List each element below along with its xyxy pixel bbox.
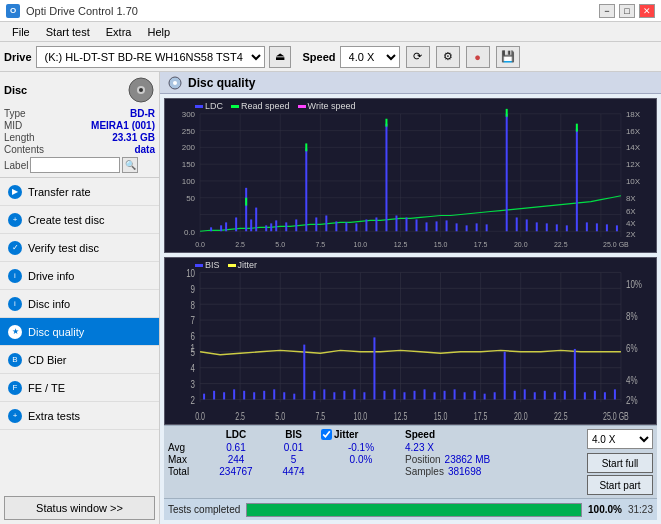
start-controls: 4.0 X Start full Start part [587,429,653,495]
svg-text:300: 300 [182,110,196,119]
svg-rect-169 [414,391,416,400]
total-row: Total 234767 4474 Samples 381698 [168,466,579,477]
svg-rect-97 [305,143,307,151]
menu-starttest[interactable]: Start test [38,24,98,40]
burn-button[interactable]: ● [466,46,490,68]
svg-rect-154 [263,391,265,400]
svg-rect-56 [235,217,237,231]
svg-rect-160 [323,389,325,399]
minimize-button[interactable]: − [599,4,615,18]
avg-bis: 0.01 [266,442,321,453]
svg-rect-83 [486,224,488,231]
disc-label-button[interactable]: 🔍 [122,157,138,173]
svg-rect-150 [223,392,225,399]
svg-rect-82 [476,223,478,231]
test-speed-select[interactable]: 4.0 X [587,429,653,449]
menu-file[interactable]: File [4,24,38,40]
svg-rect-90 [566,225,568,231]
nav-item-disc-info[interactable]: i Disc info [0,290,159,318]
legend-ldc: LDC [195,101,223,111]
total-label: Total [168,466,206,477]
svg-rect-153 [253,392,255,399]
svg-text:8%: 8% [626,310,638,323]
nav-icon-verify-test-disc: ✓ [8,241,22,255]
window-controls: − □ ✕ [599,4,655,18]
content-header: Disc quality [160,72,661,94]
status-text: Tests completed [168,504,240,515]
svg-text:25.0 GB: 25.0 GB [603,241,629,248]
svg-rect-164 [363,392,365,399]
top-chart: LDC Read speed Write speed [164,98,657,253]
spin-button[interactable]: ⟳ [406,46,430,68]
drive-select[interactable]: (K:) HL-DT-ST BD-RE WH16NS58 TST4 [36,46,265,68]
svg-text:1: 1 [191,341,196,354]
eject-button[interactable]: ⏏ [269,46,291,68]
max-ldc: 244 [206,454,266,465]
disc-contents-value: data [134,144,155,155]
maximize-button[interactable]: □ [619,4,635,18]
start-part-button[interactable]: Start part [587,475,653,495]
svg-rect-157 [293,394,295,400]
max-bis: 5 [266,454,321,465]
svg-rect-70 [355,223,357,231]
svg-rect-87 [536,222,538,231]
svg-text:15.0: 15.0 [434,241,448,248]
settings-button[interactable]: ⚙ [436,46,460,68]
nav-icon-cd-bier: B [8,353,22,367]
svg-rect-159 [313,391,315,400]
speed-select[interactable]: 4.0 X [340,46,400,68]
disc-mid-value: MEIRA1 (001) [91,120,155,131]
nav-item-disc-quality[interactable]: ★ Disc quality [0,318,159,346]
svg-rect-75 [405,217,407,231]
nav-label-create-test-disc: Create test disc [28,214,104,226]
svg-text:15.0: 15.0 [434,410,448,422]
svg-rect-187 [594,391,596,400]
avg-ldc: 0.61 [206,442,266,453]
charts-container: LDC Read speed Write speed [160,94,661,524]
legend-jitter-label: Jitter [238,260,258,270]
svg-rect-172 [444,391,446,400]
speed-col-header: Speed [405,429,435,440]
start-full-button[interactable]: Start full [587,453,653,473]
svg-rect-148 [203,394,205,400]
stats-table: LDC BIS Jitter Speed Avg [168,429,579,477]
nav-item-transfer-rate[interactable]: ▶ Transfer rate [0,178,159,206]
status-window-button[interactable]: Status window >> [4,496,155,520]
nav-label-disc-info: Disc info [28,298,70,310]
svg-text:10.0: 10.0 [354,241,368,248]
svg-text:10%: 10% [626,278,642,291]
menu-extra[interactable]: Extra [98,24,140,40]
svg-text:18X: 18X [626,110,641,119]
nav-item-fe-te[interactable]: F FE / TE [0,374,159,402]
nav-item-cd-bier[interactable]: B CD Bier [0,346,159,374]
svg-rect-68 [335,221,337,231]
close-button[interactable]: ✕ [639,4,655,18]
total-bis: 4474 [266,466,321,477]
svg-text:10X: 10X [626,177,641,186]
svg-text:4X: 4X [626,219,636,228]
progress-time: 31:23 [628,504,653,515]
nav-label-disc-quality: Disc quality [28,326,84,338]
nav-item-verify-test-disc[interactable]: ✓ Verify test disc [0,234,159,262]
menu-help[interactable]: Help [139,24,178,40]
nav-label-verify-test-disc: Verify test disc [28,242,99,254]
max-row: Max 244 5 0.0% Position 23862 MB [168,454,579,465]
disc-type-row: Type BD-R [4,108,155,119]
svg-text:0.0: 0.0 [195,241,205,248]
svg-rect-161 [333,392,335,399]
save-button[interactable]: 💾 [496,46,520,68]
svg-point-2 [139,88,143,92]
nav-item-drive-info[interactable]: i Drive info [0,262,159,290]
svg-text:22.5: 22.5 [554,241,568,248]
disc-label-input[interactable] [30,157,120,173]
svg-rect-177 [494,392,496,399]
nav-item-create-test-disc[interactable]: + Create test disc [0,206,159,234]
svg-rect-64 [295,219,297,231]
nav-item-extra-tests[interactable]: + Extra tests [0,402,159,430]
nav-icon-transfer-rate: ▶ [8,185,22,199]
main-layout: Disc Type BD-R MID MEIRA1 (001) Length 2… [0,72,661,524]
jitter-checkbox[interactable] [321,429,332,440]
svg-text:9: 9 [191,282,196,295]
disc-panel: Disc Type BD-R MID MEIRA1 (001) Length 2… [0,72,159,178]
menubar: File Start test Extra Help [0,22,661,42]
